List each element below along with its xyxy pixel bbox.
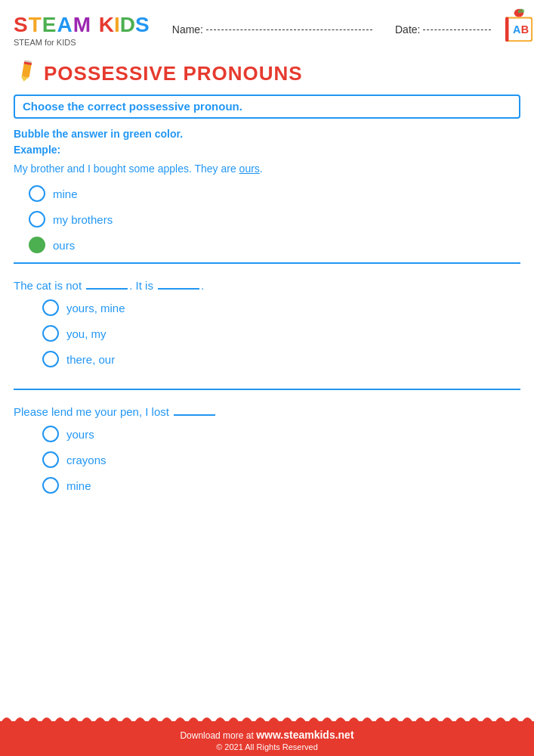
question-text-1: The cat is not . It is .	[14, 279, 520, 292]
option-label-example-0: mine	[53, 187, 78, 200]
instruction-box: Choose the correct possessive pronoun.	[14, 94, 520, 119]
radio-circle-example-2[interactable]	[29, 237, 45, 253]
option-label-q2-0: yours	[66, 428, 94, 441]
question-2-options: yourscrayonsmine	[14, 426, 520, 494]
instruction-main: Choose the correct possessive pronoun.	[23, 100, 242, 113]
blank-1-1	[158, 288, 199, 290]
logo-steam: STEAM	[14, 14, 91, 36]
option-label-q2-2: mine	[66, 479, 91, 492]
footer-copyright: © 2021 All Rights Reserved	[0, 742, 534, 751]
header-fields: Name: Date:	[172, 23, 492, 36]
q1-option-2[interactable]: there, our	[42, 351, 507, 367]
name-label: Name:	[172, 23, 203, 36]
question-2-section: Please lend me your pen, I lost yourscra…	[0, 398, 534, 507]
blank-2-0	[174, 414, 215, 416]
scallop-wave	[0, 708, 534, 723]
option-label-example-1: my brothers	[53, 213, 113, 226]
sub-instructions: Bubble the answer in green color. Exampl…	[0, 122, 534, 160]
example-option-0[interactable]: mine	[29, 185, 520, 202]
footer: Download more at www.steamkids.net © 202…	[0, 721, 534, 756]
pencil-svg	[14, 59, 38, 83]
divider-2	[14, 389, 520, 390]
option-label-example-2: ours	[53, 239, 75, 252]
question-1-section: The cat is not . It is .yours, mineyou, …	[0, 271, 534, 381]
sub-line-1: Bubble the answer in green color.	[14, 126, 520, 142]
logo-row: STEAM KIDS	[14, 13, 150, 37]
name-dots	[206, 29, 372, 30]
option-label-q1-1: you, my	[66, 327, 106, 340]
q2-option-1[interactable]: crayons	[42, 451, 507, 468]
title-row: POSSESSIVE PRONOUNS	[0, 56, 534, 91]
example-options: minemy brothersours	[0, 185, 534, 253]
divider-1	[14, 262, 520, 264]
date-label: Date:	[395, 23, 420, 36]
svg-point-3	[519, 9, 524, 13]
radio-circle-q2-2[interactable]	[42, 477, 59, 494]
footer-url: www.steamkids.net	[256, 729, 353, 741]
header: STEAM KIDS STEAM for KIDS Name: Date:	[0, 0, 534, 56]
blank-1-0	[86, 288, 128, 290]
radio-circle-q2-0[interactable]	[42, 426, 59, 442]
option-label-q2-1: crayons	[66, 454, 106, 466]
example-sentence: My brother and I bought some apples. The…	[14, 163, 520, 175]
q2-option-2[interactable]: mine	[42, 477, 507, 494]
book-icon: A B	[499, 8, 534, 51]
page-title: POSSESSIVE PRONOUNS	[44, 62, 303, 85]
q1-option-0[interactable]: yours, mine	[42, 299, 507, 316]
example-option-1[interactable]: my brothers	[29, 211, 520, 228]
radio-circle-example-0[interactable]	[29, 185, 45, 202]
q2-option-0[interactable]: yours	[42, 426, 507, 442]
example-option-2[interactable]: ours	[29, 237, 520, 253]
svg-rect-6	[505, 17, 509, 42]
footer-wave	[0, 708, 534, 723]
date-dots	[423, 29, 491, 30]
sub-line-2: Example:	[14, 142, 520, 158]
book-svg: A B	[499, 8, 534, 48]
footer-download-text: Download more at www.steamkids.net	[0, 729, 534, 741]
example-sentence-end: .	[260, 163, 263, 175]
question-1-options: yours, mineyou, mythere, our	[14, 299, 520, 367]
logo-area: STEAM KIDS STEAM for KIDS	[14, 13, 150, 47]
radio-circle-q1-0[interactable]	[42, 299, 59, 316]
option-label-q1-2: there, our	[66, 353, 115, 366]
q1-option-1[interactable]: you, my	[42, 325, 507, 342]
radio-circle-q1-2[interactable]	[42, 351, 59, 367]
example-sentence-underline: ours	[239, 163, 260, 175]
radio-circle-q1-1[interactable]	[42, 325, 59, 342]
svg-text:B: B	[521, 23, 529, 36]
logo-kids: KIDS	[93, 13, 150, 37]
pencil-icon	[14, 59, 38, 88]
header-date-field: Date:	[395, 23, 491, 36]
svg-text:A: A	[513, 23, 521, 36]
radio-circle-example-1[interactable]	[29, 211, 45, 228]
radio-circle-q2-1[interactable]	[42, 451, 59, 468]
header-name-field: Name:	[172, 23, 372, 36]
question-text-2: Please lend me your pen, I lost	[14, 405, 520, 418]
example-sentence-start: My brother and I bought some apples. The…	[14, 163, 239, 175]
example-area: My brother and I bought some apples. The…	[0, 160, 534, 185]
option-label-q1-0: yours, mine	[66, 302, 125, 314]
logo-subtitle: STEAM for KIDS	[14, 38, 76, 47]
